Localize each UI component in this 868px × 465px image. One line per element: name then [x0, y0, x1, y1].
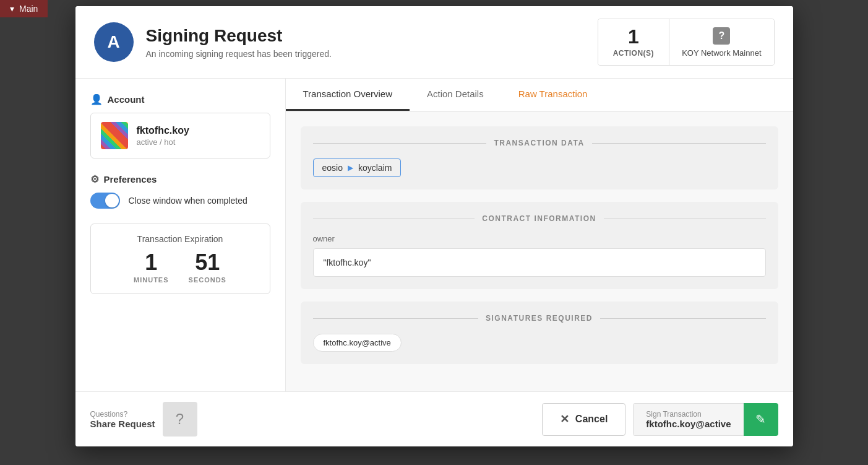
tx-from: eosio: [322, 163, 343, 173]
tab-action-details[interactable]: Action Details: [410, 79, 501, 111]
contract-info-card: CONTRACT INFORMATION owner "fktofhc.koy": [301, 202, 778, 289]
preferences-section: ⚙ Preferences Close window when complete…: [90, 173, 270, 209]
transaction-data-divider: TRANSACTION DATA: [313, 139, 766, 147]
seconds-value: 51 SECONDS: [189, 251, 226, 284]
seconds-label: SECONDS: [189, 276, 226, 284]
main-content: Transaction Overview Action Details Raw …: [286, 79, 793, 391]
network-badge: ? KOY Network Mainnet: [669, 19, 773, 65]
account-info: fktofhc.koy active / hot: [137, 125, 189, 147]
account-name: fktofhc.koy: [137, 125, 189, 136]
account-section-title: 👤 Account: [90, 93, 270, 105]
avatar: [101, 122, 128, 149]
tab-raw-transaction[interactable]: Raw Transaction: [501, 79, 605, 111]
signatures-divider: SIGNATURES REQUIRED: [313, 314, 766, 323]
account-section: 👤 Account fktofhc.koy active / hot: [90, 93, 270, 159]
signatures-card: SIGNATURES REQUIRED fktofhc.koy@active: [301, 302, 778, 364]
sidebar: 👤 Account fktofhc.koy active / hot ⚙: [75, 79, 286, 391]
header-badges: 1 ACTION(S) ? KOY Network Mainnet: [598, 19, 775, 66]
modal-subtitle: An incoming signing request has been tri…: [146, 49, 332, 59]
action-count-badge: 1 ACTION(S): [598, 19, 670, 65]
sign-info: Sign Transaction fktofhc.koy@active: [633, 403, 743, 436]
footer-right: ✕ Cancel Sign Transaction fktofhc.koy@ac…: [542, 403, 778, 436]
minutes-value: 1 MINUTES: [134, 251, 169, 284]
header-title: Signing Request An incoming signing requ…: [146, 25, 332, 59]
sign-action-button[interactable]: ✎: [744, 403, 778, 436]
gear-icon: ⚙: [90, 173, 99, 185]
edit-icon: ✎: [755, 412, 766, 427]
divider-line-right3: [600, 318, 766, 319]
minutes-label: MINUTES: [134, 276, 169, 284]
close-window-toggle[interactable]: [90, 193, 120, 209]
modal-title: Signing Request: [146, 25, 332, 46]
expiration-values: 1 MINUTES 51 SECONDS: [101, 251, 260, 284]
minutes-number: 1: [134, 251, 169, 274]
toggle-row: Close window when completed: [90, 193, 270, 209]
owner-value: "fktofhc.koy": [313, 248, 766, 277]
divider-line-right2: [604, 219, 766, 219]
expiration-title: Transaction Expiration: [101, 234, 260, 244]
modal-overlay: A Signing Request An incoming signing re…: [0, 0, 868, 465]
divider-line-left3: [313, 318, 479, 319]
network-icon: ?: [713, 27, 730, 45]
cancel-icon: ✕: [560, 412, 569, 426]
tab-transaction-overview[interactable]: Transaction Overview: [286, 79, 410, 111]
divider-line-left2: [313, 219, 475, 219]
preferences-title: ⚙ Preferences: [90, 173, 270, 185]
action-count: 1: [613, 27, 655, 46]
modal-header: A Signing Request An incoming signing re…: [75, 6, 793, 79]
tab-content: TRANSACTION DATA eosio ▶ koyclaim: [286, 111, 793, 391]
person-icon: 👤: [90, 93, 103, 105]
tab-bar: Transaction Overview Action Details Raw …: [286, 79, 793, 111]
questions-label: Questions?: [90, 410, 155, 419]
share-label: Share Request: [90, 419, 155, 429]
help-button[interactable]: ?: [163, 402, 197, 437]
action-label: ACTION(S): [613, 49, 655, 58]
top-bar: ▾ Main: [0, 0, 48, 17]
sign-title: Sign Transaction: [646, 410, 731, 419]
contract-info-title: CONTRACT INFORMATION: [482, 214, 596, 223]
network-label: KOY Network Mainnet: [682, 48, 761, 58]
toggle-knob: [105, 194, 119, 207]
transaction-data-title: TRANSACTION DATA: [494, 139, 584, 147]
cancel-label: Cancel: [575, 414, 608, 425]
header-left: A Signing Request An incoming signing re…: [94, 22, 332, 62]
signing-request-modal: A Signing Request An incoming signing re…: [75, 6, 793, 446]
toggle-label: Close window when completed: [129, 196, 247, 206]
modal-footer: Questions? Share Request ? ✕ Cancel Sign…: [75, 391, 793, 446]
share-request: Questions? Share Request: [90, 410, 155, 429]
sign-button-group: Sign Transaction fktofhc.koy@active ✎: [633, 403, 778, 436]
seconds-number: 51: [189, 251, 226, 274]
account-status: active / hot: [137, 137, 189, 147]
sign-account: fktofhc.koy@active: [646, 419, 731, 429]
transaction-data-card: TRANSACTION DATA eosio ▶ koyclaim: [301, 126, 778, 189]
expiration-card: Transaction Expiration 1 MINUTES 51 SECO…: [90, 224, 270, 294]
owner-label: owner: [313, 234, 766, 243]
contract-info-divider: CONTRACT INFORMATION: [313, 214, 766, 223]
anchor-logo: A: [94, 22, 134, 62]
modal-body: 👤 Account fktofhc.koy active / hot ⚙: [75, 79, 793, 391]
dropdown-icon: ▾: [10, 4, 14, 14]
top-bar-label: Main: [19, 4, 38, 14]
signatures-title: SIGNATURES REQUIRED: [486, 314, 593, 323]
divider-line-right: [592, 143, 766, 144]
transaction-pill: eosio ▶ koyclaim: [313, 159, 402, 177]
footer-left: Questions? Share Request ?: [90, 402, 197, 437]
tx-to: koyclaim: [358, 163, 392, 173]
account-card[interactable]: fktofhc.koy active / hot: [90, 113, 270, 159]
arrow-icon: ▶: [348, 163, 353, 172]
signature-badge: fktofhc.koy@active: [313, 334, 402, 352]
cancel-button[interactable]: ✕ Cancel: [542, 403, 625, 436]
divider-line-left: [313, 143, 487, 144]
